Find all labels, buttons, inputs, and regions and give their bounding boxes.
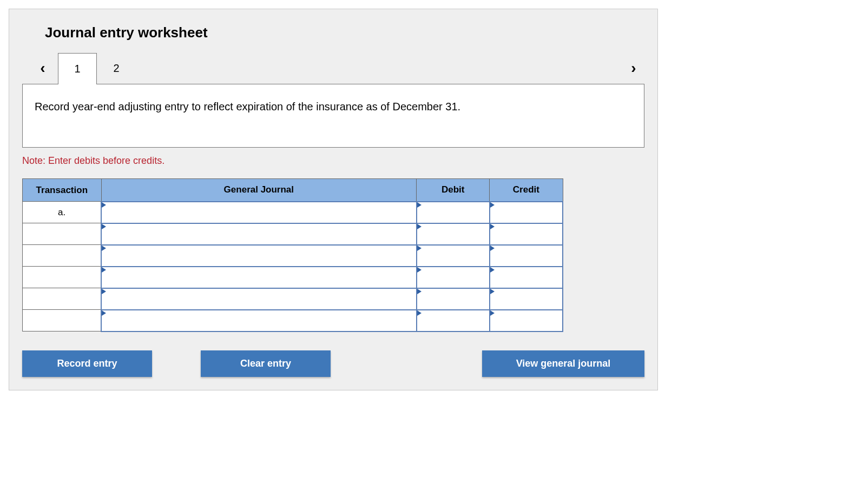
- dropdown-handle-icon: [490, 289, 495, 294]
- cell-general-journal[interactable]: [101, 202, 416, 223]
- dropdown-handle-icon: [102, 246, 106, 251]
- cell-credit[interactable]: [490, 288, 563, 310]
- view-general-journal-button[interactable]: View general journal: [482, 350, 644, 377]
- dropdown-handle-icon: [490, 246, 495, 251]
- dropdown-handle-icon: [417, 310, 422, 316]
- dropdown-handle-icon: [490, 202, 495, 208]
- cell-debit[interactable]: [417, 288, 490, 310]
- cell-credit[interactable]: [490, 223, 563, 245]
- dropdown-handle-icon: [490, 267, 495, 273]
- cell-credit[interactable]: [490, 267, 563, 288]
- cell-general-journal[interactable]: [101, 245, 416, 267]
- dropdown-handle-icon: [417, 224, 422, 229]
- table-header-row: Transaction General Journal Debit Credit: [23, 179, 563, 202]
- tab-row: ‹ 1 2 ›: [22, 52, 644, 84]
- dropdown-handle-icon: [102, 224, 106, 229]
- table-row: [23, 245, 563, 267]
- cell-transaction: a.: [23, 202, 102, 223]
- cell-debit[interactable]: [417, 267, 490, 288]
- cell-general-journal[interactable]: [101, 288, 416, 310]
- clear-entry-button[interactable]: Clear entry: [201, 350, 331, 377]
- table-row: [23, 310, 563, 331]
- dropdown-handle-icon: [102, 267, 106, 273]
- cell-debit[interactable]: [417, 223, 490, 245]
- dropdown-handle-icon: [490, 224, 495, 229]
- next-arrow-icon[interactable]: ›: [623, 52, 644, 84]
- record-entry-button[interactable]: Record entry: [22, 350, 152, 377]
- cell-transaction: [23, 310, 102, 331]
- worksheet-title: Journal entry worksheet: [45, 24, 644, 41]
- journal-entry-worksheet: Journal entry worksheet ‹ 1 2 › Record y…: [9, 9, 658, 390]
- header-transaction: Transaction: [23, 179, 102, 202]
- dropdown-handle-icon: [102, 289, 106, 294]
- cell-general-journal[interactable]: [101, 267, 416, 288]
- table-row: [23, 288, 563, 310]
- header-general-journal: General Journal: [101, 179, 416, 202]
- table-row: [23, 267, 563, 288]
- button-row: Record entry Clear entry View general jo…: [22, 350, 644, 377]
- cell-debit[interactable]: [417, 245, 490, 267]
- cell-transaction: [23, 245, 102, 267]
- tab-2[interactable]: 2: [97, 52, 136, 84]
- cell-general-journal[interactable]: [101, 310, 416, 331]
- dropdown-handle-icon: [417, 202, 422, 208]
- cell-credit[interactable]: [490, 310, 563, 331]
- note-text: Note: Enter debits before credits.: [22, 155, 644, 167]
- cell-general-journal[interactable]: [101, 223, 416, 245]
- cell-transaction: [23, 288, 102, 310]
- cell-debit[interactable]: [417, 202, 490, 223]
- journal-table: Transaction General Journal Debit Credit…: [22, 178, 563, 332]
- cell-transaction: [23, 223, 102, 245]
- cell-transaction: [23, 267, 102, 288]
- dropdown-handle-icon: [102, 310, 106, 316]
- dropdown-handle-icon: [417, 267, 422, 273]
- dropdown-handle-icon: [417, 289, 422, 294]
- dropdown-handle-icon: [490, 310, 495, 316]
- dropdown-handle-icon: [417, 246, 422, 251]
- cell-credit[interactable]: [490, 202, 563, 223]
- prev-arrow-icon[interactable]: ‹: [32, 52, 54, 84]
- header-debit: Debit: [417, 179, 490, 202]
- dropdown-handle-icon: [102, 202, 106, 208]
- tab-1[interactable]: 1: [58, 53, 97, 84]
- cell-credit[interactable]: [490, 245, 563, 267]
- entry-description: Record year-end adjusting entry to refle…: [22, 84, 644, 148]
- cell-debit[interactable]: [417, 310, 490, 331]
- table-row: a.: [23, 202, 563, 223]
- table-row: [23, 223, 563, 245]
- header-credit: Credit: [490, 179, 563, 202]
